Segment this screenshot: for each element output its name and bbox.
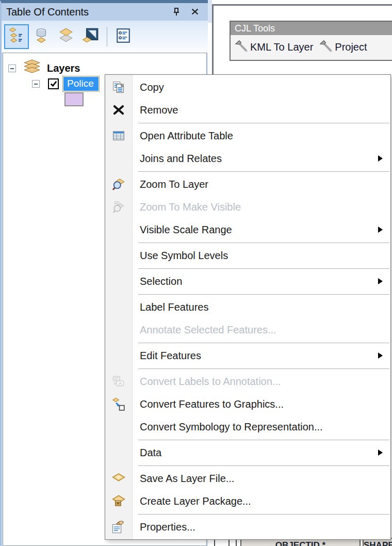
menu-item-convert-symbology-to-representation[interactable]: Convert Symbology to Representation... [105,415,390,438]
police-layer-label[interactable]: Police [63,77,99,91]
pin-icon[interactable] [170,5,183,19]
layer-visibility-checkbox[interactable] [48,78,59,89]
kml-to-layer-label: KML To Layer [250,41,313,53]
list-by-selection-icon [82,27,100,46]
column-header-shape[interactable]: SHAPE * [363,539,392,546]
layers-root-label[interactable]: Layers [47,62,80,74]
menu-item-open-attribute-table[interactable]: Open Attribute Table [105,124,390,147]
menu-item-save-as-layer-file[interactable]: Save As Layer File... [105,467,390,490]
menu-item-visible-scale-range[interactable]: Visible Scale Range [105,218,390,241]
column-header-objectid[interactable]: OBJECTID * [240,539,361,546]
kml-to-layer-button[interactable]: KML To Layer [234,39,313,55]
attr-table-divider [228,539,230,546]
list-by-drawing-order-icon [8,27,25,46]
collapse-expander-icon[interactable] [32,80,40,88]
submenu-arrow-icon [378,155,383,162]
options-icon [115,27,132,46]
list-by-visibility-icon [57,27,75,46]
menu-item-selection[interactable]: Selection [105,270,390,293]
menu-item-zoom-to-layer[interactable]: Zoom To Layer [105,173,390,196]
menu-item-use-symbol-levels[interactable]: Use Symbol Levels [105,244,390,267]
layers-icon [21,59,43,77]
menu-item-properties[interactable]: Properties... [105,516,390,538]
toolbar-separator [107,27,107,46]
menu-item-annotate-selected-features: Annotate Selected Features... [105,318,390,341]
list-by-visibility-button[interactable] [54,24,78,49]
submenu-arrow-icon [378,449,383,456]
menu-item-label-features[interactable]: Label Features [105,296,390,318]
attr-table-divider [236,539,237,546]
project-label: Project [335,41,367,53]
cjl-tools-body: KML To Layer Project [231,35,392,59]
menu-item-zoom-to-make-visible: Zoom To Make Visible [105,196,390,218]
cjl-tools-title: CJL Tools [231,23,275,34]
submenu-arrow-icon [378,278,383,284]
cjl-tools-titlebar[interactable]: CJL Tools [231,22,392,35]
menu-item-data[interactable]: Data [105,441,390,464]
menu-item-create-layer-package[interactable]: Create Layer Package... [105,490,390,512]
layer-context-menu: CopyRemoveOpen Attribute TableJoins and … [105,74,391,540]
attr-table-divider [214,539,215,546]
list-by-source-button[interactable] [29,24,54,49]
arcmap-application: CJL Tools KML To Layer Project OBJECTID … [0,0,392,546]
panel-splitter-top [208,0,212,23]
tree-row-police: Police [32,77,99,91]
list-by-selection-button[interactable] [78,24,103,49]
hammer-icon [234,39,248,55]
collapse-expander-icon[interactable] [8,65,16,72]
toc-titlebar[interactable]: Table Of Contents [2,3,208,21]
hammer-icon [318,39,333,55]
menu-item-convert-features-to-graphics[interactable]: Convert Features to Graphics... [105,393,390,415]
submenu-arrow-icon [378,352,383,359]
list-by-source-icon [32,27,50,46]
menu-item-joins-and-relates[interactable]: Joins and Relates [105,147,390,170]
project-button[interactable]: Project [318,39,367,55]
menu-item-convert-labels-to-annotation: AConvert Labels to Annotation... [105,370,390,393]
options-button[interactable] [111,24,136,49]
toc-toolbar [2,21,208,53]
menu-item-copy[interactable]: Copy [105,76,390,99]
tree-row-layers: Layers [8,59,80,77]
menu-item-edit-features[interactable]: Edit Features [105,344,390,367]
toc-panel-title: Table Of Contents [2,6,89,18]
submenu-arrow-icon [378,227,383,233]
menu-item-remove[interactable]: Remove [105,99,390,121]
cjl-tools-toolbar: CJL Tools KML To Layer Project [230,21,392,61]
layer-symbol-swatch[interactable] [64,92,84,106]
list-by-drawing-order-button[interactable] [4,24,29,49]
close-icon[interactable] [188,5,202,19]
